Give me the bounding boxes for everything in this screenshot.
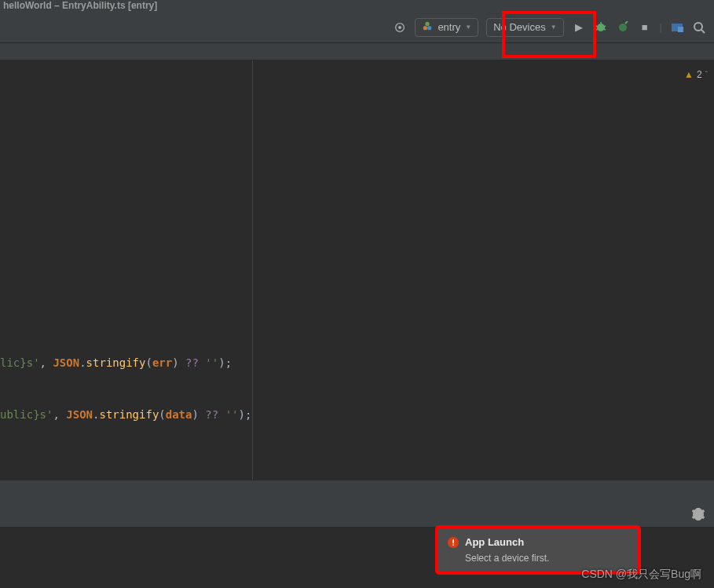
module-icon (422, 20, 433, 34)
project-structure-icon[interactable] (670, 20, 684, 35)
warning-icon: ▲ (684, 69, 694, 80)
chevron-up-icon: ˆ (705, 71, 708, 79)
svg-point-11 (619, 24, 627, 31)
code-line: lic}s', JSON.stringify(err) ?? ''); (0, 354, 232, 371)
notification-toast[interactable]: ! App Launch Select a device first. (438, 528, 638, 572)
editor-left-pane[interactable]: lic}s', JSON.stringify(err) ?? ''); ubli… (0, 60, 253, 480)
main-toolbar: entry ▼ No Devices ▼ ▶ ■ | (0, 12, 714, 43)
code-line: ublic}s', JSON.stringify(data) ?? ''); (0, 406, 251, 423)
warning-count: 2 (697, 69, 702, 80)
error-icon: ! (448, 537, 459, 548)
svg-point-1 (399, 26, 401, 28)
bottom-bar (0, 480, 714, 503)
watermark-text: CSDN @我只会写Bug啊 (581, 568, 701, 582)
svg-point-2 (423, 26, 427, 30)
chevron-down-icon: ▼ (465, 24, 471, 31)
debug-icon[interactable] (594, 20, 608, 35)
svg-line-15 (701, 30, 705, 33)
svg-point-14 (694, 23, 702, 31)
attach-debug-icon[interactable] (616, 20, 630, 35)
breadcrumb-strip (0, 43, 714, 60)
svg-point-4 (426, 22, 430, 26)
svg-rect-13 (678, 27, 683, 32)
svg-point-3 (427, 26, 431, 30)
window-title: helloWorld – EntryAbility.ts [entry] (0, 0, 714, 12)
editor-area: lic}s', JSON.stringify(err) ?? ''); ubli… (0, 60, 714, 480)
search-icon[interactable] (692, 20, 706, 35)
svg-line-8 (604, 26, 606, 27)
chevron-down-icon: ▼ (551, 24, 557, 31)
toolbar-separator: | (660, 21, 662, 33)
gear-icon[interactable] (692, 508, 705, 523)
toast-title: App Launch (465, 536, 524, 548)
module-label: entry (438, 21, 460, 33)
settings-row (0, 503, 714, 527)
svg-line-9 (596, 29, 598, 30)
sync-icon[interactable] (393, 20, 407, 35)
stop-icon[interactable]: ■ (638, 20, 652, 35)
svg-line-7 (596, 26, 598, 27)
toast-message: Select a device first. (448, 553, 628, 564)
inspection-widget[interactable]: ▲ 2 ˆ (684, 69, 708, 80)
device-label: No Devices (493, 21, 545, 33)
module-selector[interactable]: entry ▼ (415, 18, 478, 37)
svg-point-5 (597, 24, 605, 31)
editor-right-pane[interactable]: ▲ 2 ˆ (253, 60, 714, 480)
device-selector[interactable]: No Devices ▼ (486, 18, 563, 37)
run-icon[interactable]: ▶ (572, 20, 586, 35)
svg-line-10 (604, 29, 606, 30)
